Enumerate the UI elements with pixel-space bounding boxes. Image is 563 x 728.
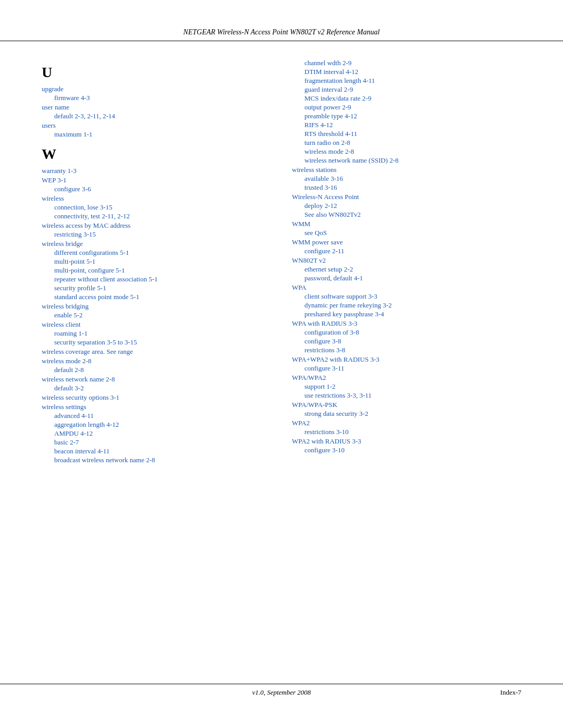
entry-wpa-wpa2-top[interactable]: WPA/WPA2 [292,374,521,382]
entry-mcs[interactable]: MCS index/data rate 2-9 [292,94,521,103]
right-column: channel wdth 2-9 DTIM interval 4-12 frag… [292,57,521,467]
entry-wpa2-radius: WPA2 with RADIUS 3-3 configure 3-10 [292,437,521,454]
entry-wireless-settings-beacon[interactable]: beacon interval 4-11 [42,447,271,455]
entry-wireless-mode-right[interactable]: wireless mode 2-8 [292,147,521,156]
entry-username-top[interactable]: user name [42,103,271,112]
entry-wireless-bridge-repeater[interactable]: repeater without client association 5-1 [42,275,271,283]
entry-warranty: warranty 1-3 [42,167,271,175]
entry-wpa-wpa2-radius-configure[interactable]: configure 3-11 [292,364,521,373]
entry-wireless-stations-top[interactable]: wireless stations [292,166,521,174]
entry-wireless-access-restricting[interactable]: restricting 3-15 [42,230,271,239]
entry-wireless-mode-top[interactable]: wireless mode 2-8 [42,357,271,365]
entry-wpa-radius-configure[interactable]: configure 3-8 [292,337,521,346]
entry-wpa-psk-top[interactable]: WPA/WPA-PSK [292,401,521,409]
entry-rts[interactable]: RTS threshold 4-11 [292,130,521,138]
entry-wep-top[interactable]: WEP 3-1 [42,176,271,184]
entry-wmm-qos[interactable]: see QoS [292,229,521,237]
entry-wep-configure[interactable]: configure 3-6 [42,185,271,193]
entry-wireless-client: wireless client roaming 1-1 security sep… [42,320,271,347]
entry-wireless-bridge-standard[interactable]: standard access point mode 5-1 [42,293,271,301]
entry-wireless-bridge-top[interactable]: wireless bridge [42,240,271,248]
entry-wireless-mode: wireless mode 2-8 default 2-8 [42,357,271,374]
entry-wireless-settings-basic[interactable]: basic 2-7 [42,438,271,447]
entry-wpa-wpa2-support[interactable]: support 1-2 [292,382,521,391]
entry-wireless-settings-ampdu[interactable]: AMPDU 4-12 [42,429,271,438]
entry-username-default[interactable]: default 2-3, 2-11, 2-14 [42,112,271,120]
entry-preamble[interactable]: preamble type 4-12 [292,112,521,120]
entry-guard-interval[interactable]: guard interval 2-9 [292,85,521,94]
entry-wireless-connectivity[interactable]: connectivity, test 2-11, 2-12 [42,212,271,220]
entry-wn802t-ethernet[interactable]: ethernet setup 2-2 [292,265,521,274]
entry-wireless-n-ap-seealso[interactable]: See also WN802Tv2 [292,211,521,219]
section-letter-w: W [42,146,271,163]
entry-wpa-dynamic[interactable]: dynamic per frame rekeying 3-2 [292,301,521,310]
entry-upgrade-top[interactable]: upgrade [42,85,271,93]
entry-rifs[interactable]: RIFS 4-12 [292,121,521,129]
left-column: U upgrade firmware 4-3 user name default… [42,57,271,467]
entry-frag-length[interactable]: fragmentation length 4-11 [292,77,521,85]
entry-wireless-client-security[interactable]: security separation 3-5 to 3-15 [42,338,271,347]
entry-wpa2: WPA2 restrictions 3-10 [292,419,521,436]
entry-wpa2-radius-configure[interactable]: configure 3-10 [292,446,521,454]
entry-wpa-radius-config-of[interactable]: configuration of 3-8 [292,328,521,337]
entry-wpa-wpa2-use[interactable]: use restrictions 3-3, 3-11 [292,391,521,400]
entry-username: user name default 2-3, 2-11, 2-14 [42,103,271,120]
entry-upgrade: upgrade firmware 4-3 [42,85,271,102]
entry-wireless-connection[interactable]: connection, lose 3-15 [42,203,271,212]
entry-wireless-netname: wireless network name 2-8 default 3-2 [42,375,271,392]
header-title: NETGEAR Wireless-N Access Point WN802T v… [183,28,380,36]
entry-wpa-preshared[interactable]: preshared key passphrase 3-4 [292,310,521,318]
entry-wireless-bridge-multi[interactable]: multi-point 5-1 [42,257,271,266]
entry-wireless-mode-default[interactable]: default 2-8 [42,366,271,374]
entry-wireless-bridge-diff[interactable]: different configurations 5-1 [42,249,271,257]
entry-wireless-bridging-enable[interactable]: enable 5-2 [42,311,271,319]
entry-wpa-radius-restrict[interactable]: restrictions 3-8 [292,346,521,354]
entry-wireless-bridging-top[interactable]: wireless bridging [42,302,271,311]
entry-wireless-bridge-security[interactable]: security profile 5-1 [42,284,271,292]
entry-wpa: WPA client software support 3-3 dynamic … [292,283,521,318]
entry-wireless-netname-default[interactable]: default 3-2 [42,384,271,392]
entry-wmm-ps-top[interactable]: WMM power save [292,238,521,246]
entry-wireless-settings: wireless settings advanced 4-11 aggregat… [42,403,271,464]
entry-wireless-netname-ssid[interactable]: wireless network name (SSID) 2-8 [292,156,521,165]
entry-warranty-top[interactable]: warranty 1-3 [42,167,271,175]
entry-wireless-stations-available[interactable]: available 3-16 [292,175,521,183]
entry-wireless-stations-trusted[interactable]: trusted 3-16 [292,183,521,192]
entry-users-maximum[interactable]: maximum 1-1 [42,130,271,139]
entry-output-power[interactable]: output power 2-9 [292,103,521,112]
entry-wireless-security-top[interactable]: wireless security options 3-1 [42,393,271,402]
entry-users-top[interactable]: users [42,121,271,130]
entry-wireless-access: wireless access by MAC address restricti… [42,221,271,239]
entry-wn802t-password[interactable]: password, default 4-1 [292,274,521,282]
entry-wireless-coverage-top[interactable]: wireless coverage area. See range [42,348,271,356]
entry-turn-radio[interactable]: turn radio on 2-8 [292,139,521,147]
entry-wn802t-top[interactable]: WN802T v2 [292,256,521,265]
entry-wmm-ps-configure[interactable]: configure 2-11 [292,247,521,255]
entry-wireless-bridging: wireless bridging enable 5-2 [42,302,271,319]
entry-wireless-access-top[interactable]: wireless access by MAC address [42,221,271,230]
entry-wpa2-restrict[interactable]: restrictions 3-10 [292,428,521,436]
entry-wireless-bridge-multi-conf[interactable]: multi-point, configure 5-1 [42,266,271,275]
entry-channel-wdth[interactable]: channel wdth 2-9 [292,59,521,67]
entry-wep: WEP 3-1 configure 3-6 [42,176,271,193]
entry-wireless-settings-advanced[interactable]: advanced 4-11 [42,412,271,420]
entry-wireless-settings-broadcast[interactable]: broadcast wireless network name 2-8 [42,456,271,464]
entry-wpa-wpa2-radius-top[interactable]: WPA+WPA2 with RADIUS 3-3 [292,355,521,364]
entry-dtim[interactable]: DTIM interval 4-12 [292,68,521,76]
entry-wpa2-radius-top[interactable]: WPA2 with RADIUS 3-3 [292,437,521,446]
entry-wireless-client-roaming[interactable]: roaming 1-1 [42,329,271,338]
entry-wireless-n-ap-top[interactable]: Wireless-N Access Point [292,193,521,201]
entry-firmware[interactable]: firmware 4-3 [42,94,271,102]
entry-wpa-radius-top[interactable]: WPA with RADIUS 3-3 [292,319,521,328]
entry-wireless-settings-agg[interactable]: aggregation length 4-12 [42,421,271,429]
entry-wireless-settings-top[interactable]: wireless settings [42,403,271,411]
entry-wireless-top[interactable]: wireless [42,194,271,203]
entry-wpa-client[interactable]: client software support 3-3 [292,292,521,301]
entry-wireless-n-ap-deploy[interactable]: deploy 2-12 [292,202,521,210]
entry-wmm-top[interactable]: WMM [292,220,521,228]
entry-wireless-netname-top[interactable]: wireless network name 2-8 [42,375,271,384]
entry-wpa2-top[interactable]: WPA2 [292,419,521,427]
entry-wireless-client-top[interactable]: wireless client [42,320,271,329]
entry-wpa-psk-strong[interactable]: strong data security 3-2 [292,410,521,418]
entry-wpa-top[interactable]: WPA [292,283,521,292]
